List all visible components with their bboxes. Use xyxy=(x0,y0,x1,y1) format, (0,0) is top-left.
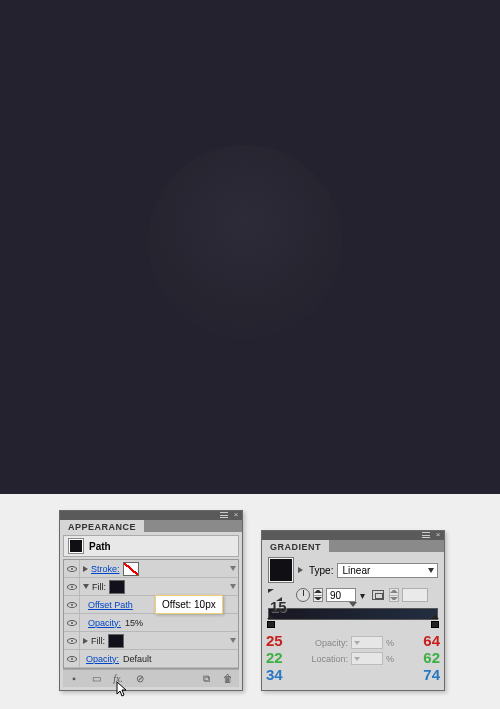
clear-appearance-button[interactable]: ⊘ xyxy=(129,670,151,688)
eye-icon xyxy=(67,620,77,626)
gradient-panel: × GRADIENT 15 Type: Linear xyxy=(261,530,445,691)
midpoint-marker-icon[interactable] xyxy=(349,602,357,607)
gradient-swatch[interactable] xyxy=(268,557,294,583)
stroke-label[interactable]: Stroke: xyxy=(91,564,120,574)
opacity-15-row[interactable]: Opacity: 15% xyxy=(64,614,238,632)
eye-icon xyxy=(67,584,77,590)
appearance-title-row: Path xyxy=(63,535,239,557)
appearance-tabrow: APPEARANCE xyxy=(60,520,242,532)
color-stop-left[interactable] xyxy=(267,618,275,628)
right-g: 62 xyxy=(423,649,440,666)
object-title: Path xyxy=(89,541,111,552)
left-r: 25 xyxy=(266,632,283,649)
rgb-readout: 25 22 34 64 62 74 Opacity: % Loc xyxy=(268,632,438,682)
eye-icon xyxy=(67,656,77,662)
gradient-slider[interactable] xyxy=(268,608,438,620)
left-b: 34 xyxy=(266,666,283,683)
delete-button[interactable]: 🗑 xyxy=(217,670,239,688)
rgb-right: 64 62 74 xyxy=(423,632,440,683)
disclosure-triangle-icon[interactable] xyxy=(83,584,89,589)
stop-location-label: Location: xyxy=(306,654,348,664)
visibility-toggle[interactable] xyxy=(64,632,80,649)
no-selection-icon[interactable]: ▪ xyxy=(63,670,85,688)
swatch-dropdown-icon[interactable] xyxy=(298,567,303,573)
fill-label: Fill: xyxy=(91,636,105,646)
eye-icon xyxy=(67,566,77,572)
right-r: 64 xyxy=(423,632,440,649)
duplicate-button[interactable]: ⧉ xyxy=(195,670,217,688)
visibility-toggle[interactable] xyxy=(64,560,80,577)
stroke-swatch-none-icon[interactable] xyxy=(123,562,139,576)
canvas xyxy=(0,0,500,494)
stroke-row[interactable]: Stroke: xyxy=(64,560,238,578)
percent-label: % xyxy=(386,654,394,664)
aspect-spinner xyxy=(389,588,399,602)
opacity-value: 15% xyxy=(125,618,143,628)
opacity-label[interactable]: Opacity: xyxy=(86,654,119,664)
eye-icon xyxy=(67,638,77,644)
right-b: 74 xyxy=(423,666,440,683)
sphere-shape xyxy=(148,145,342,339)
new-stroke-button[interactable]: ▭ xyxy=(85,670,107,688)
stop-fields: Opacity: % Location: % xyxy=(306,636,406,668)
panel-menu-icon[interactable] xyxy=(220,512,228,518)
chevron-down-icon xyxy=(354,641,360,645)
fill-row-2[interactable]: Fill: xyxy=(64,632,238,650)
chevron-down-icon xyxy=(354,657,360,661)
appearance-tab[interactable]: APPEARANCE xyxy=(60,519,144,535)
type-label: Type: xyxy=(309,565,333,576)
opacity-default-row[interactable]: Opacity: Default xyxy=(64,650,238,668)
type-value: Linear xyxy=(342,565,370,576)
row-menu-icon[interactable] xyxy=(230,566,236,571)
rgb-left: 25 22 34 xyxy=(266,632,283,683)
fill-label: Fill: xyxy=(92,582,106,592)
percent-label: % xyxy=(386,638,394,648)
gradient-type-row: Type: Linear xyxy=(268,557,438,583)
eye-icon xyxy=(67,602,77,608)
opacity-label[interactable]: Opacity: xyxy=(88,618,121,628)
cursor-icon xyxy=(116,681,128,697)
visibility-toggle[interactable] xyxy=(64,614,80,631)
aspect-ratio-icon[interactable] xyxy=(372,590,384,600)
angle-value: 90 xyxy=(330,590,341,601)
gradient-bar[interactable] xyxy=(268,608,438,620)
panels-area: × APPEARANCE Path Stroke: xyxy=(0,494,500,709)
angle-caret-icon[interactable]: ▾ xyxy=(360,590,365,601)
offset-path-link[interactable]: Offset Path xyxy=(88,600,133,610)
gradient-topbar: × xyxy=(262,531,444,540)
visibility-toggle[interactable] xyxy=(64,596,80,613)
aspect-input xyxy=(402,588,428,602)
appearance-list: Stroke: Fill: Offset Path xyxy=(63,559,239,669)
disclosure-triangle-icon[interactable] xyxy=(83,566,88,572)
offset-tooltip: Offset: 10px xyxy=(155,595,223,614)
offset-tooltip-text: Offset: 10px xyxy=(162,599,216,610)
appearance-button-row: ▪ ▭ fx. ⊘ ⧉ 🗑 xyxy=(63,669,239,687)
angle-dial[interactable] xyxy=(296,588,310,602)
fill-swatch[interactable] xyxy=(109,580,125,594)
opacity-default-value: Default xyxy=(123,654,152,664)
row-menu-icon[interactable] xyxy=(230,584,236,589)
panel-close-icon[interactable]: × xyxy=(434,531,442,539)
visibility-toggle[interactable] xyxy=(64,578,80,595)
panel-menu-icon[interactable] xyxy=(422,532,430,538)
stop-location-input[interactable] xyxy=(351,652,383,665)
fill-row[interactable]: Fill: xyxy=(64,578,238,596)
panel-close-icon[interactable]: × xyxy=(232,511,240,519)
stop-opacity-input[interactable] xyxy=(351,636,383,649)
dropdown-caret-icon xyxy=(428,568,434,573)
row-menu-icon[interactable] xyxy=(230,638,236,643)
stop-opacity-label: Opacity: xyxy=(306,638,348,648)
disclosure-triangle-icon[interactable] xyxy=(83,638,88,644)
object-thumbnail xyxy=(68,538,84,554)
left-g: 22 xyxy=(266,649,283,666)
color-stop-right[interactable] xyxy=(431,618,439,628)
fill-swatch[interactable] xyxy=(108,634,124,648)
appearance-topbar: × xyxy=(60,511,242,520)
gradient-tabrow: GRADIENT xyxy=(262,540,444,552)
angle-spinner[interactable] xyxy=(313,588,323,602)
angle-row: 90 ▾ xyxy=(268,588,438,602)
angle-input[interactable]: 90 xyxy=(326,588,356,602)
visibility-toggle[interactable] xyxy=(64,650,80,667)
type-select[interactable]: Linear xyxy=(337,563,438,578)
fifteen-overlay: 15 xyxy=(270,598,287,615)
